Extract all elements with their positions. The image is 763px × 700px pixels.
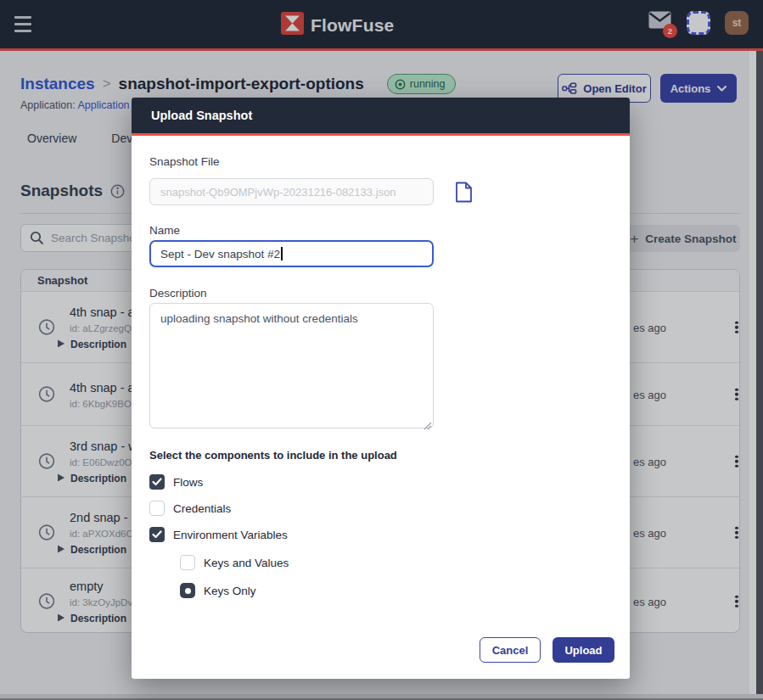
upload-button[interactable]: Upload (553, 637, 614, 663)
dialog-accent-line (132, 133, 630, 136)
name-input[interactable]: Sept - Dev snapshot #2 (149, 240, 434, 267)
description-label: Description (149, 287, 207, 300)
checked-checkbox-icon[interactable] (149, 527, 165, 542)
snapshot-file-input[interactable] (149, 178, 434, 205)
name-label: Name (149, 224, 180, 237)
checkbox-flows[interactable]: Flows (149, 473, 203, 490)
page: FlowFuse 2 st Instances > snapshot-impor… (0, 0, 763, 700)
dialog-header: Upload Snapshot (132, 98, 630, 133)
description-textarea[interactable]: uploading snapshot without credentials (149, 303, 434, 428)
unchecked-checkbox-icon[interactable] (149, 501, 165, 516)
unchecked-checkbox-icon[interactable] (180, 555, 195, 570)
snapshot-file-label: Snapshot File (149, 155, 220, 168)
upload-snapshot-dialog: Upload Snapshot Snapshot File Name Sept … (132, 98, 630, 679)
checkbox-keys-and-values[interactable]: Keys and Values (180, 554, 289, 571)
file-document-icon[interactable] (455, 182, 473, 206)
components-label: Select the components to include in the … (149, 449, 397, 462)
checkbox-environment-variables[interactable]: Environment Variables (149, 526, 288, 543)
dialog-title: Upload Snapshot (151, 109, 252, 122)
resize-grip-icon[interactable] (424, 418, 432, 434)
radio-keys-only[interactable]: Keys Only (180, 582, 256, 599)
checked-checkbox-icon[interactable] (149, 474, 165, 490)
checkbox-credentials[interactable]: Credentials (149, 500, 231, 517)
cancel-button[interactable]: Cancel (480, 637, 541, 663)
selected-radio-icon[interactable] (180, 583, 195, 598)
text-caret (281, 247, 283, 260)
